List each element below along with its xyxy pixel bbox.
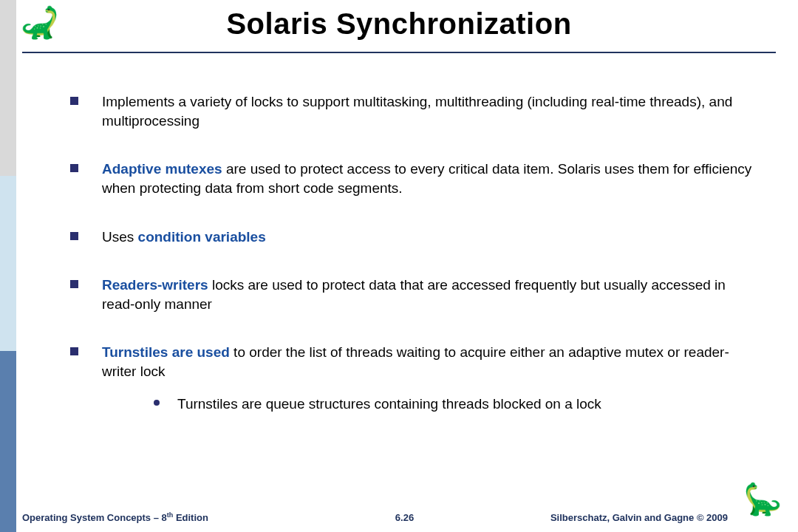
title-underline [22,52,776,53]
bullet-item: Turnstiles are used to order the list of… [70,343,761,413]
bullet-item: Adaptive mutexes are used to protect acc… [70,160,761,197]
square-bullet-icon [70,164,78,172]
bullet-text-pre: Uses [102,229,138,245]
square-bullet-icon [70,97,78,105]
bullet-item: Implements a variety of locks to support… [70,92,761,130]
footer-left-text-b: Edition [173,512,208,523]
footer-left-text-a: Operating System Concepts – 8 [22,512,167,523]
bullet-text: Adaptive mutexes are used to protect acc… [102,160,761,197]
circle-bullet-icon [154,400,160,406]
square-bullet-icon [70,232,78,240]
bullet-text: Implements a variety of locks to support… [102,92,761,130]
footer-page-number: 6.26 [395,512,414,523]
slide-title: Solaris Synchronization [0,7,798,41]
bullet-text: Turnstiles are used to order the list of… [102,343,761,413]
square-bullet-icon [70,280,78,288]
title-area: Solaris Synchronization [0,7,798,41]
bullet-item: Uses condition variables [70,228,761,247]
footer-right: Silberschatz, Galvin and Gagne © 2009 [550,512,787,523]
highlight-term: condition variables [138,229,266,245]
footer-left-sup: th [167,511,174,519]
square-bullet-icon [70,347,78,355]
left-stripe-decoration [0,0,16,532]
slide: 🦕 Solaris Synchronization Implements a v… [0,0,798,532]
footer-left: Operating System Concepts – 8th Edition [22,511,208,523]
highlight-term: Readers-writers [102,277,208,293]
highlight-term: Adaptive mutexes [102,161,222,177]
bullet-item: Readers-writers locks are used to protec… [70,276,761,313]
sub-bullet-text: Turnstiles are queue structures containi… [177,395,601,414]
bullet-text: Uses condition variables [102,228,761,247]
sub-bullet-item: Turnstiles are queue structures containi… [154,395,761,414]
footer: Operating System Concepts – 8th Edition … [22,511,787,523]
bullet-text: Readers-writers locks are used to protec… [102,276,761,313]
content-area: Implements a variety of locks to support… [70,92,761,413]
highlight-term: Turnstiles are used [102,344,230,360]
